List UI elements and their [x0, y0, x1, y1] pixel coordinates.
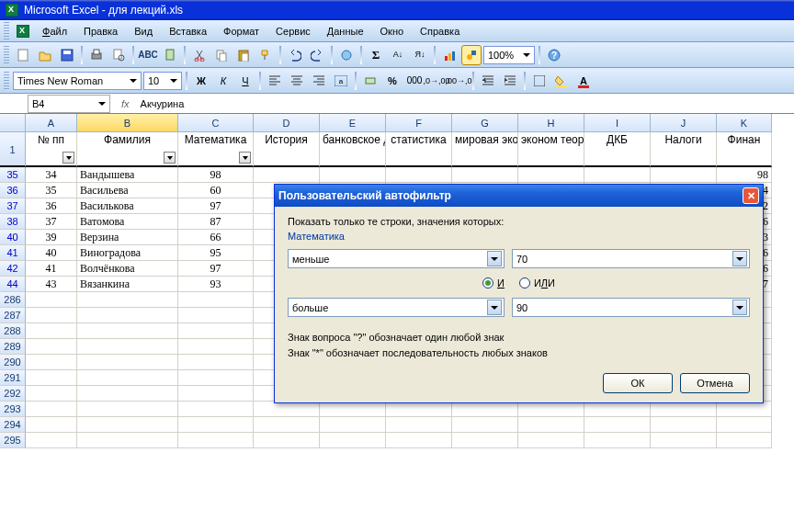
autosum-button[interactable]: Σ: [366, 45, 386, 65]
row-header[interactable]: 288: [0, 323, 26, 339]
cell[interactable]: [651, 402, 717, 417]
cell[interactable]: Волчёнкова: [77, 261, 178, 277]
cell[interactable]: [717, 433, 772, 448]
cell[interactable]: [77, 386, 178, 402]
menu-tools[interactable]: Сервис: [268, 24, 318, 39]
cell[interactable]: [178, 355, 254, 370]
row-header[interactable]: 291: [0, 370, 26, 386]
cell[interactable]: 37: [26, 214, 77, 230]
undo-button[interactable]: [285, 45, 305, 65]
fx-icon[interactable]: fx: [114, 98, 137, 109]
cell[interactable]: [26, 323, 77, 339]
cell[interactable]: [386, 167, 452, 183]
chart-wizard-button[interactable]: [439, 45, 459, 65]
cell[interactable]: Василькова: [77, 198, 178, 214]
cell[interactable]: [452, 167, 518, 183]
formula-input[interactable]: Акчурина: [137, 98, 794, 109]
italic-button[interactable]: К: [213, 71, 233, 91]
drawing-button[interactable]: [461, 45, 482, 65]
redo-button[interactable]: [307, 45, 327, 65]
column-header[interactable]: I: [584, 114, 651, 132]
column-header[interactable]: G: [452, 114, 518, 132]
row-header[interactable]: 42: [0, 261, 26, 277]
menu-window[interactable]: Окно: [373, 24, 412, 39]
decrease-decimal-button[interactable]: ,00→,0: [448, 71, 469, 91]
cell[interactable]: [651, 167, 717, 183]
cell[interactable]: [178, 323, 254, 339]
cell[interactable]: 60: [178, 183, 254, 198]
format-painter-button[interactable]: [255, 45, 276, 65]
comma-button[interactable]: 000: [404, 71, 425, 91]
cell[interactable]: Виноградова: [77, 245, 178, 261]
cell[interactable]: [518, 417, 584, 433]
cut-button[interactable]: [189, 45, 210, 65]
increase-decimal-button[interactable]: ,0→,00: [426, 71, 447, 91]
cell[interactable]: Вандышева: [77, 167, 178, 183]
column-header[interactable]: B: [77, 114, 178, 132]
currency-button[interactable]: [360, 71, 380, 91]
increase-indent-button[interactable]: [500, 71, 520, 91]
or-radio[interactable]: ИЛИ: [519, 277, 555, 289]
cell[interactable]: [518, 167, 584, 183]
cell[interactable]: 97: [178, 198, 254, 214]
cell[interactable]: [77, 402, 178, 417]
row-header[interactable]: 293: [0, 402, 26, 417]
row-header[interactable]: 286: [0, 292, 26, 308]
criteria1-operator-combo[interactable]: меньше: [288, 249, 505, 268]
row-header[interactable]: 44: [0, 277, 26, 292]
criteria2-value-combo[interactable]: 90: [512, 298, 750, 317]
cell[interactable]: [178, 386, 254, 402]
cell[interactable]: [26, 355, 77, 370]
cell[interactable]: [77, 292, 178, 308]
cancel-button[interactable]: Отмена: [680, 373, 750, 393]
spelling-button[interactable]: ABC: [138, 45, 158, 65]
cell[interactable]: [518, 402, 584, 417]
menu-insert[interactable]: Вставка: [162, 24, 214, 39]
cell[interactable]: [584, 433, 651, 448]
workbook-icon[interactable]: [13, 25, 33, 38]
cell[interactable]: 40: [26, 245, 77, 261]
cell[interactable]: [320, 167, 386, 183]
cell[interactable]: [452, 402, 518, 417]
select-all-corner[interactable]: [0, 114, 26, 132]
cell[interactable]: [386, 417, 452, 433]
filter-dropdown-button[interactable]: [164, 152, 176, 164]
cell[interactable]: [77, 339, 178, 355]
cell[interactable]: [26, 402, 77, 417]
cell[interactable]: [26, 292, 77, 308]
copy-button[interactable]: [211, 45, 232, 65]
row-header[interactable]: 292: [0, 386, 26, 402]
cell[interactable]: [178, 370, 254, 386]
cell[interactable]: 98: [717, 167, 772, 183]
align-left-button[interactable]: [265, 71, 285, 91]
cell[interactable]: [178, 339, 254, 355]
cell[interactable]: [320, 433, 386, 448]
cell[interactable]: Васильева: [77, 183, 178, 198]
column-header[interactable]: E: [320, 114, 386, 132]
font-color-button[interactable]: A: [573, 71, 594, 91]
name-box[interactable]: B4: [28, 95, 110, 113]
percent-button[interactable]: %: [382, 71, 403, 91]
filter-dropdown-button[interactable]: [239, 152, 251, 164]
cell[interactable]: [26, 433, 77, 448]
menu-help[interactable]: Справка: [413, 24, 467, 39]
cell[interactable]: [717, 402, 772, 417]
underline-button[interactable]: Ч: [235, 71, 255, 91]
cell[interactable]: [26, 308, 77, 323]
cell[interactable]: [77, 433, 178, 448]
menu-data[interactable]: Данные: [320, 24, 371, 39]
row-header[interactable]: 1: [0, 132, 26, 167]
menu-edit[interactable]: Правка: [76, 24, 125, 39]
cell[interactable]: [584, 167, 651, 183]
row-header[interactable]: 38: [0, 214, 26, 230]
cell[interactable]: 36: [26, 198, 77, 214]
print-preview-button[interactable]: [108, 45, 129, 65]
criteria2-operator-combo[interactable]: больше: [288, 298, 505, 317]
cell[interactable]: [77, 323, 178, 339]
cell[interactable]: [178, 308, 254, 323]
cell[interactable]: [77, 417, 178, 433]
research-button[interactable]: [160, 45, 180, 65]
row-header[interactable]: 40: [0, 230, 26, 245]
close-button[interactable]: ✕: [743, 187, 759, 204]
hyperlink-button[interactable]: [336, 45, 357, 65]
